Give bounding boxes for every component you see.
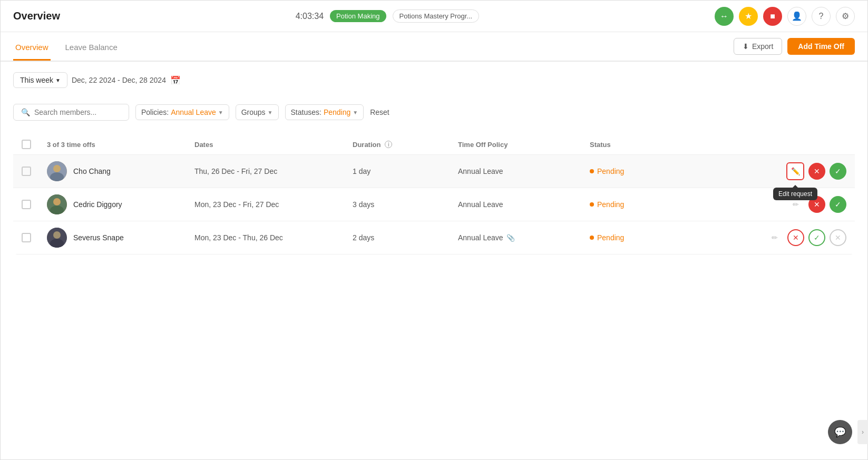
reject-button-1[interactable]: ✕ <box>808 163 825 180</box>
tab-overview[interactable]: Overview <box>13 43 51 61</box>
approve-button-1[interactable]: ✓ <box>830 163 846 180</box>
table-row: Cho Chang Thu, 26 Dec - Fri, 27 Dec 1 da… <box>13 155 855 188</box>
member-name-3: Severus Snape <box>73 233 124 242</box>
header-duration: Duration i <box>353 141 458 149</box>
calendar-icon[interactable]: 📅 <box>170 75 181 85</box>
sub-header-actions: ⬇ Export Add Time Off <box>734 38 855 55</box>
edit-btn-wrapper-1: ✏️ Edit request <box>786 162 804 180</box>
avatar-image-2 <box>47 194 67 214</box>
svg-point-4 <box>53 198 61 205</box>
top-bar-right: ↔ ★ ■ 👤 ? ⚙ <box>715 7 855 26</box>
app-title: Overview <box>13 10 60 22</box>
sub-header: Overview Leave Balance ⬇ Export Add Time… <box>1 32 867 62</box>
avatar-image-3 <box>47 228 67 248</box>
member-name-2: Cedric Diggory <box>73 200 122 209</box>
svg-point-7 <box>53 231 61 239</box>
dates-cell-3: Mon, 23 Dec - Thu, 26 Dec <box>194 233 353 242</box>
duration-info-icon[interactable]: i <box>385 141 392 148</box>
filter-row: This week ▼ Dec, 22 2024 - Dec, 28 2024 … <box>13 72 855 88</box>
policy-cell-2: Annual Leave <box>458 200 590 209</box>
header-checkbox-col <box>22 140 47 149</box>
approve-button-2[interactable]: ✓ <box>830 196 846 213</box>
policies-filter[interactable]: Policies: Annual Leave ▼ <box>135 104 229 120</box>
member-cell-3: Severus Snape <box>47 228 194 248</box>
add-time-off-button[interactable]: Add Time Off <box>787 38 855 55</box>
chat-bubble[interactable]: 💬 <box>828 420 852 444</box>
status-text-2: Pending <box>597 200 624 209</box>
select-all-checkbox[interactable] <box>22 140 31 149</box>
member-name-1: Cho Chang <box>73 167 111 175</box>
groups-filter[interactable]: Groups ▼ <box>236 104 279 120</box>
attachment-icon-3[interactable]: 📎 <box>506 234 515 242</box>
row-2-checkbox[interactable] <box>22 200 31 209</box>
approve-button-3[interactable]: ✓ <box>808 229 825 246</box>
star-icon-btn[interactable]: ★ <box>739 7 758 26</box>
top-bar: Overview 4:03:34 Potion Making Potions M… <box>1 1 867 32</box>
policies-chevron-icon: ▼ <box>218 110 223 115</box>
status-text-1: Pending <box>597 167 624 175</box>
avatar-image-1 <box>47 161 67 181</box>
filter-bar: 🔍 Policies: Annual Leave ▼ Groups ▼ Stat… <box>13 99 855 126</box>
stop-icon-btn[interactable]: ■ <box>763 7 782 26</box>
status-dot-2 <box>590 202 594 207</box>
duration-cell-3: 2 days <box>353 233 458 242</box>
statuses-filter[interactable]: Statuses: Pending ▼ <box>285 104 364 120</box>
count-label: 3 of 3 time offs <box>47 141 194 149</box>
avatar-severus-snape <box>47 228 67 248</box>
member-cell-2: Cedric Diggory <box>47 194 194 214</box>
top-bar-left: Overview <box>13 10 60 22</box>
status-cell-2: Pending <box>590 200 685 209</box>
avatar-cho-chang <box>47 161 67 181</box>
header-status: Status <box>590 141 685 149</box>
edit-request-button-1[interactable]: ✏️ <box>786 162 804 180</box>
time-display: 4:03:34 <box>296 12 324 21</box>
top-bar-center: 4:03:34 Potion Making Potions Mastery Pr… <box>296 9 480 23</box>
member-cell-1: Cho Chang <box>47 161 194 181</box>
table-row: Cedric Diggory Mon, 23 Dec - Fri, 27 Dec… <box>13 188 855 221</box>
tag-program[interactable]: Potions Mastery Progr... <box>393 9 480 23</box>
settings-icon-btn[interactable]: ⚙ <box>836 7 855 26</box>
table-container: 3 of 3 time offs Dates Duration i Time O… <box>13 134 855 255</box>
export-button[interactable]: ⬇ Export <box>734 38 782 55</box>
policy-cell-3: Annual Leave 📎 <box>458 233 590 242</box>
week-select[interactable]: This week ▼ <box>13 72 67 88</box>
duration-cell-1: 1 day <box>353 167 458 175</box>
search-input[interactable] <box>34 108 119 116</box>
table-header: 3 of 3 time offs Dates Duration i Time O… <box>13 134 855 155</box>
chevron-down-icon: ▼ <box>55 77 61 83</box>
dates-cell-2: Mon, 23 Dec - Fri, 27 Dec <box>194 200 353 209</box>
dates-cell-1: Thu, 26 Dec - Fri, 27 Dec <box>194 167 353 175</box>
row-3-checkbox[interactable] <box>22 233 31 242</box>
chat-icon: 💬 <box>834 426 846 438</box>
help-icon-btn[interactable]: ? <box>812 7 831 26</box>
user-icon-btn[interactable]: 👤 <box>787 7 806 26</box>
row-checkbox-1 <box>22 167 47 176</box>
more-button-3[interactable]: ✕ <box>830 229 846 246</box>
status-text-3: Pending <box>597 233 624 242</box>
edit-button-3[interactable]: ✏ <box>766 229 783 246</box>
status-dot-3 <box>590 236 594 240</box>
groups-chevron-icon: ▼ <box>268 110 273 115</box>
row-checkbox-3 <box>22 233 47 242</box>
tabs: Overview Leave Balance <box>13 32 132 61</box>
content: This week ▼ Dec, 22 2024 - Dec, 28 2024 … <box>1 62 867 459</box>
tab-leave-balance[interactable]: Leave Balance <box>63 43 120 61</box>
sync-icon-btn[interactable]: ↔ <box>715 7 734 26</box>
search-icon: 🔍 <box>21 108 30 116</box>
header-dates: Dates <box>194 141 353 149</box>
actions-cell-3: ✏ ✕ ✓ ✕ <box>685 229 846 246</box>
expand-arrow[interactable]: › <box>857 420 868 444</box>
export-icon: ⬇ <box>743 42 749 51</box>
reset-button[interactable]: Reset <box>370 108 389 116</box>
reject-button-3[interactable]: ✕ <box>787 229 804 246</box>
actions-cell-2: ✏ ✕ ✓ <box>685 196 846 213</box>
avatar-cedric-diggory <box>47 194 67 214</box>
status-cell-3: Pending <box>590 233 685 242</box>
actions-cell-1: ✏️ Edit request ✕ ✓ <box>685 162 846 180</box>
date-range: Dec, 22 2024 - Dec, 28 2024 📅 <box>72 75 181 85</box>
row-1-checkbox[interactable] <box>22 167 31 176</box>
edit-request-tooltip: Edit request <box>773 188 817 200</box>
status-cell-1: Pending <box>590 167 685 175</box>
tag-potion-making[interactable]: Potion Making <box>330 10 386 22</box>
duration-cell-2: 3 days <box>353 200 458 209</box>
